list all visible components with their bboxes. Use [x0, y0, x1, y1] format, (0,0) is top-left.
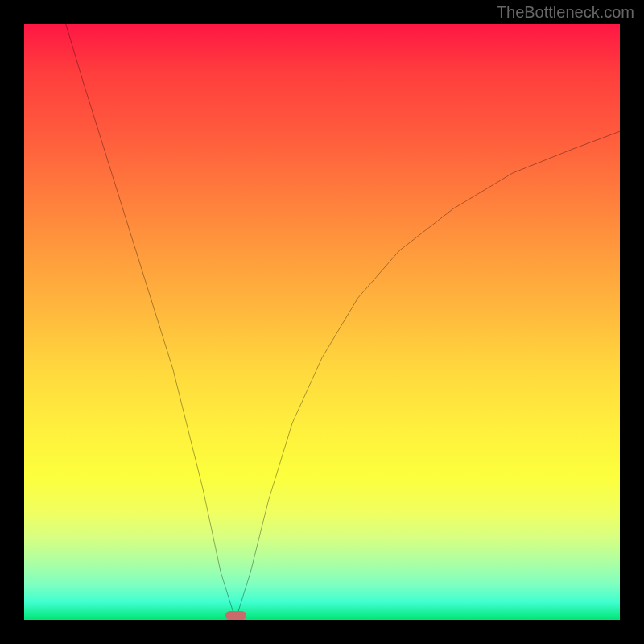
bottleneck-curve — [24, 24, 620, 620]
chart-plot-area — [24, 24, 620, 620]
minimum-marker — [225, 611, 246, 620]
watermark-attribution: TheBottleneck.com — [497, 3, 634, 22]
